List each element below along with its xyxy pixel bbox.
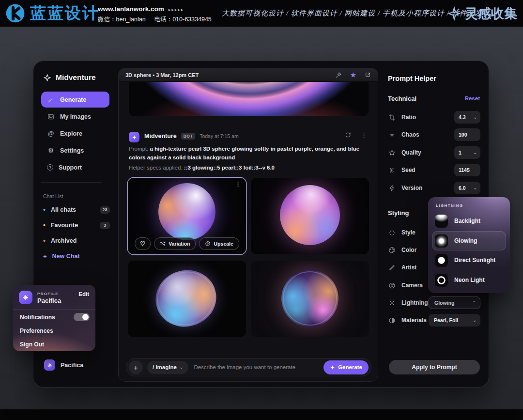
plus-icon: + xyxy=(43,253,47,260)
seed-value: 1145 xyxy=(459,167,470,173)
sparkle-logo-icon xyxy=(43,74,51,82)
app-name: Midventure xyxy=(56,73,96,82)
collect-logo: 灵感收集 xyxy=(447,0,517,27)
chevron-up-icon: ⌃ xyxy=(472,301,476,305)
generated-image-1[interactable]: ⋮ ♡ Variation xyxy=(128,178,246,254)
apply-to-prompt-button[interactable]: Apply to Prompt xyxy=(389,360,480,374)
chat-panel: 3D sphere • 3 Mar, 12pm CET ★ xyxy=(118,68,378,382)
preferences-item[interactable]: Preferences xyxy=(20,327,53,334)
chaos-label: Chaos xyxy=(401,131,419,138)
sidebar-item-my-images[interactable]: My images xyxy=(41,109,109,124)
generated-image-2[interactable] xyxy=(251,178,369,254)
message-header: Midventure BOT Today at 7:15 am xyxy=(144,133,239,140)
arrows-decoration: ▸▸▸▸▸ xyxy=(169,7,185,12)
sidebar-item-label: Settings xyxy=(60,147,84,154)
materials-icon xyxy=(388,316,396,324)
image-actions: ♡ Variation Upscale xyxy=(135,237,239,250)
banner-services: 大数据可视化设计 / 软件界面设计 / 网站建设 / 手机及小程序设计 / 软件… xyxy=(222,0,483,27)
chat-list: • All chats 23 • Favourite 3 • Archived … xyxy=(43,202,110,264)
image-menu-icon[interactable]: ⋮ xyxy=(235,180,241,187)
new-chat-button[interactable]: + New Chat xyxy=(43,249,110,264)
chat-filter-favourite[interactable]: • Favourite 3 xyxy=(43,218,110,233)
styling-heading: Styling xyxy=(388,209,409,217)
camera-label: Camera xyxy=(401,282,423,289)
generated-image-3[interactable] xyxy=(128,261,246,337)
notifications-toggle[interactable] xyxy=(74,313,90,321)
sidebar-item-label: Explore xyxy=(60,130,82,137)
ratio-row: Ratio 4.3 ⌄ xyxy=(388,111,480,124)
upscale-button[interactable]: Upscale xyxy=(200,237,239,250)
ratio-value: 4.3 xyxy=(459,114,466,120)
sun-icon xyxy=(388,299,396,307)
popup-divider xyxy=(13,309,95,310)
help-icon: ? xyxy=(47,164,53,171)
pen-icon xyxy=(388,264,396,271)
glowing-thumbnail xyxy=(435,234,448,248)
regenerate-icon[interactable] xyxy=(345,132,351,138)
seed-input[interactable]: 1145 xyxy=(454,164,480,176)
version-select[interactable]: 6.0 ⌄ xyxy=(454,182,480,194)
lightning-option-direct-sunlight[interactable]: Direct Sunlight xyxy=(432,250,506,270)
sphere-artwork-2 xyxy=(280,185,340,245)
prompt-text: a high-texture pearl 3D sphere glowing s… xyxy=(129,146,359,160)
starburst-icon xyxy=(47,362,53,368)
materials-row[interactable]: Materials Pearl, Foil ⌄ xyxy=(388,314,480,327)
quality-select[interactable]: 1 ⌄ xyxy=(454,146,480,159)
image-icon xyxy=(47,113,55,121)
sidebar-user[interactable]: Pacifica xyxy=(44,359,83,371)
favorite-star-icon[interactable]: ★ xyxy=(350,71,356,78)
seed-icon xyxy=(388,166,396,174)
gear-icon: ⚙ xyxy=(47,147,55,155)
materials-label: Materials xyxy=(401,317,427,324)
style-label: Style xyxy=(401,229,415,236)
count-badge: 23 xyxy=(100,206,110,214)
pin-icon[interactable] xyxy=(335,72,342,78)
chat-filter-all[interactable]: • All chats 23 xyxy=(43,202,110,218)
variation-button[interactable]: Variation xyxy=(154,237,196,250)
prompt-input[interactable] xyxy=(193,364,319,371)
reset-button[interactable]: Reset xyxy=(465,95,480,101)
sidebar-item-settings[interactable]: ⚙ Settings xyxy=(41,142,109,158)
previous-generation-image[interactable] xyxy=(129,82,369,116)
chevron-down-icon: ⌄ xyxy=(473,115,477,120)
prompt-label: Prompt: xyxy=(129,146,148,152)
command-selector[interactable]: / imagine ⌄ xyxy=(147,361,188,374)
like-button[interactable]: ♡ xyxy=(135,237,151,250)
new-chat-label: New Chat xyxy=(52,253,80,260)
chaos-row: Chaos 100 xyxy=(388,128,480,141)
sidebar-item-explore[interactable]: @ Explore xyxy=(41,125,109,141)
attach-button[interactable]: + xyxy=(129,360,143,374)
message-menu-icon[interactable]: ⋮ xyxy=(361,132,367,138)
edit-profile-button[interactable]: Edit xyxy=(78,291,89,297)
helper-specs-block: Helper specs applied: ::3 glowing::5 pea… xyxy=(129,165,372,171)
command-label: / imagine xyxy=(153,364,177,370)
materials-select[interactable]: Pearl, Foil ⌄ xyxy=(429,314,480,327)
sidebar-item-support[interactable]: ? Support xyxy=(41,159,109,175)
generate-button[interactable]: Generate xyxy=(323,360,369,374)
lightning-option-glowing[interactable]: Glowing xyxy=(432,231,506,250)
bot-avatar xyxy=(129,132,139,142)
notifications-item[interactable]: Notifications xyxy=(20,314,55,321)
sidebar-item-generate[interactable]: Generate xyxy=(41,92,109,108)
phone-text: 电话：010-63334945 xyxy=(154,16,212,23)
lightning-option-backlight[interactable]: Backlight xyxy=(432,211,506,231)
upscale-label: Upscale xyxy=(214,241,233,247)
lightning-row[interactable]: Lightning Glowing ⌃ xyxy=(388,296,480,309)
prompt-input-bar: + / imagine ⌄ Generate xyxy=(126,358,371,376)
lightning-select[interactable]: Glowing ⌃ xyxy=(429,296,480,309)
lanlan-logo: 蓝蓝设计 xyxy=(5,2,100,24)
chevron-down-icon: ⌄ xyxy=(180,365,184,370)
user-avatar xyxy=(44,359,55,371)
lightning-value: Glowing xyxy=(434,300,454,306)
sign-out-item[interactable]: Sign Out xyxy=(20,341,44,348)
quality-star-icon xyxy=(388,149,396,156)
generated-image-4[interactable] xyxy=(251,261,369,337)
ratio-select[interactable]: 4.3 ⌄ xyxy=(454,111,480,124)
chat-title: 3D sphere • 3 Mar, 12pm CET xyxy=(125,72,199,78)
variation-label: Variation xyxy=(169,241,190,247)
lightning-option-neon-light[interactable]: Neon Light xyxy=(432,270,506,290)
chat-filter-archived[interactable]: • Archived xyxy=(43,233,110,249)
bot-name: Midventure xyxy=(144,133,177,140)
open-external-icon[interactable] xyxy=(365,72,371,78)
chaos-input[interactable]: 100 xyxy=(454,128,480,141)
